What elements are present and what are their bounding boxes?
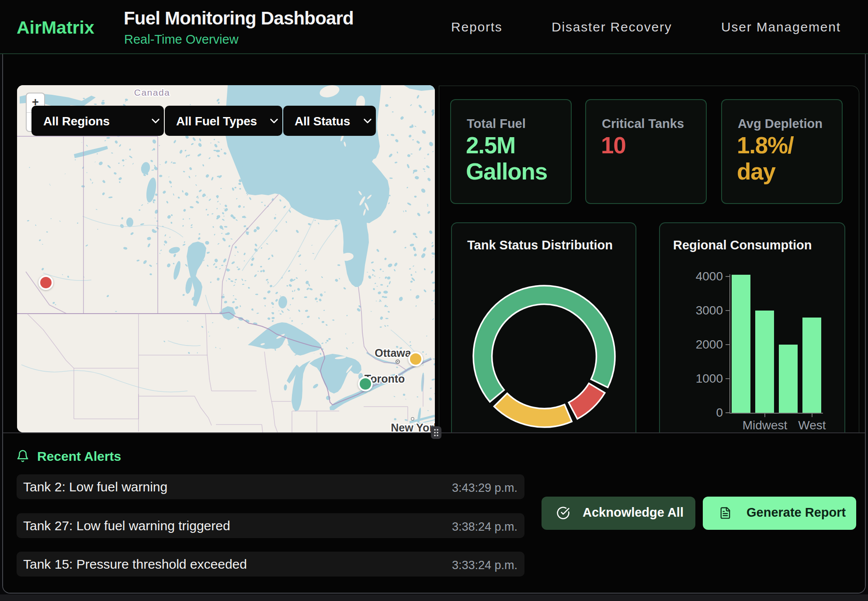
svg-text:Midwest: Midwest [743,418,788,432]
svg-text:0: 0 [716,406,723,419]
svg-text:3000: 3000 [696,304,723,317]
svg-text:Ottawa: Ottawa [375,347,411,359]
svg-text:4000: 4000 [696,269,723,283]
svg-text:1000: 1000 [696,372,723,385]
svg-text:Canada: Canada [134,87,170,97]
svg-text:New York: New York [391,421,435,432]
svg-text:West: West [798,418,826,432]
svg-text:2000: 2000 [696,338,723,351]
